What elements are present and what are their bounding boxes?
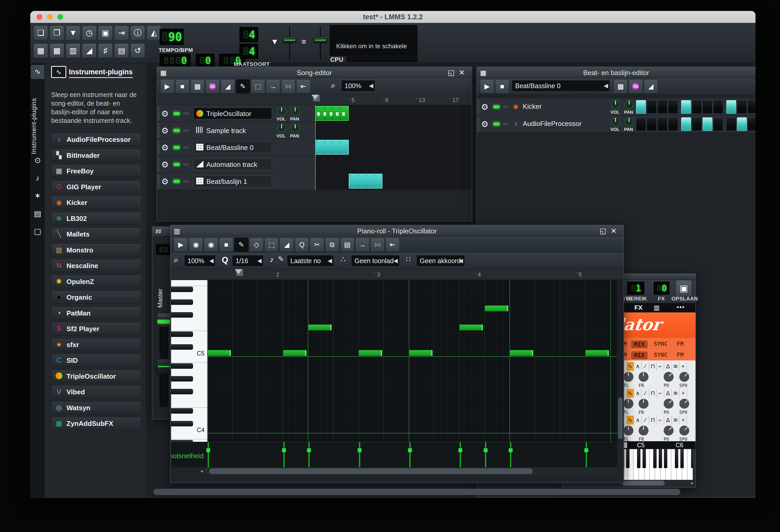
solo-led[interactable]	[502, 122, 509, 126]
scroll-left-icon[interactable]: ◂	[200, 468, 203, 474]
step-cell[interactable]	[713, 117, 723, 131]
plugin-item[interactable]: ★sfxr	[51, 338, 141, 351]
piano-roll-timeline[interactable]: 2345	[170, 269, 624, 279]
plugin-item[interactable]: CSID	[51, 354, 141, 367]
gear-icon[interactable]: ⚙	[481, 102, 489, 112]
black-key[interactable]	[171, 331, 207, 337]
play-button[interactable]: ▶	[174, 237, 188, 252]
black-key[interactable]	[691, 449, 693, 468]
timesig-denominator-display[interactable]: 84	[240, 44, 258, 59]
step-cell[interactable]	[702, 100, 713, 114]
pan-knob[interactable]	[291, 124, 300, 133]
mod-sync-button[interactable]: SYNC	[654, 340, 668, 347]
range-display[interactable]: 81	[627, 282, 644, 295]
maximize-icon[interactable]: ◱	[448, 68, 458, 77]
po-knob[interactable]	[664, 426, 674, 435]
white-key[interactable]	[171, 369, 207, 376]
solo-led[interactable]	[183, 179, 189, 183]
draw-mode-button[interactable]: ✎	[234, 237, 248, 252]
save-button[interactable]: ▣	[98, 25, 113, 40]
stop-behaviour-button[interactable]: ⋈	[371, 237, 385, 252]
velocity-handle[interactable]	[584, 448, 588, 452]
timesig-numerator-display[interactable]: 84	[240, 27, 258, 42]
drag-button[interactable]: →	[355, 237, 370, 252]
drag-mode-button[interactable]: →	[266, 79, 280, 93]
wave-shape-button[interactable]: ∧	[634, 416, 641, 425]
black-key[interactable]	[171, 344, 207, 350]
wave-shape-button[interactable]: ⌐	[657, 362, 664, 371]
output-visualizer[interactable]: Klikken om in te schakele	[330, 25, 418, 56]
step-cell[interactable]	[702, 117, 713, 131]
stop-button[interactable]: ■	[219, 237, 233, 252]
wave-shape-button[interactable]: ≋	[672, 389, 679, 398]
velocity-line[interactable]	[208, 442, 209, 467]
scroll-right-icon[interactable]: ▸	[691, 480, 693, 486]
black-key[interactable]	[171, 312, 207, 318]
plugin-item[interactable]: VVibed	[51, 385, 141, 398]
track-grip[interactable]	[157, 141, 160, 154]
add-automation-track-button[interactable]: ◢	[221, 79, 235, 93]
wave-shape-button[interactable]: ⊓	[649, 362, 656, 371]
pan-knob[interactable]	[291, 107, 300, 116]
bb-pattern-combo[interactable]: Beat/Bassline 0◀	[512, 80, 610, 92]
metronome-button[interactable]: ◭	[147, 25, 161, 40]
midi-note[interactable]	[459, 324, 483, 330]
wave-shape-button[interactable]: ⌐	[657, 389, 664, 398]
wave-shape-button[interactable]: ∆	[665, 416, 672, 425]
pr-zoom-combo[interactable]: 100%◀	[184, 255, 215, 267]
open-project-button[interactable]: ▼	[66, 25, 80, 40]
gear-icon[interactable]: ⚙	[161, 143, 169, 153]
track-grip[interactable]	[477, 100, 480, 114]
white-key[interactable]	[171, 337, 207, 344]
vol-knob[interactable]	[611, 100, 620, 109]
piano-roll-vscroll[interactable]	[617, 280, 624, 442]
edit-mode-button[interactable]: ⬚	[251, 79, 265, 93]
gear-icon[interactable]: ⚙	[161, 109, 169, 119]
piano-roll-grid[interactable]	[207, 280, 617, 442]
po-knob[interactable]	[664, 372, 674, 382]
plugin-item[interactable]: ♪AudioFileProcessor	[51, 133, 141, 146]
black-key[interactable]	[653, 449, 656, 468]
bb-editor-titlebar[interactable]: ▦ Beat- en baslijn-editor	[477, 67, 755, 78]
mute-led[interactable]	[493, 122, 500, 126]
track-grip[interactable]	[157, 174, 160, 188]
fl-knob[interactable]	[624, 399, 633, 409]
black-key[interactable]	[642, 449, 646, 468]
fx-channel-display[interactable]: 80	[654, 282, 669, 295]
velocity-line[interactable]	[308, 442, 310, 467]
black-key[interactable]	[171, 286, 207, 292]
velocity-line[interactable]	[586, 442, 587, 467]
solo-led[interactable]	[183, 112, 189, 115]
track-nameplate[interactable]: Automation track	[194, 159, 272, 170]
pattern-zone[interactable]	[315, 105, 472, 122]
white-key[interactable]	[171, 280, 207, 286]
pattern-zone[interactable]	[315, 139, 472, 156]
my-presets-icon[interactable]: ✶	[32, 191, 43, 201]
white-key[interactable]	[171, 318, 207, 325]
tab-instrument-plugins[interactable]: ∿	[31, 65, 44, 79]
bb-pattern-segment[interactable]	[315, 140, 349, 155]
solo-led[interactable]	[183, 162, 189, 166]
wave-shape-button[interactable]: ∕	[642, 416, 649, 425]
mod-fm-button[interactable]: FM	[677, 352, 684, 358]
velocity-handle[interactable]	[408, 448, 412, 452]
step-cell[interactable]	[748, 100, 755, 114]
sine-wave-button[interactable]: ∿	[627, 416, 634, 425]
my-computer-icon[interactable]: ▢	[32, 226, 43, 236]
plugin-item[interactable]: ╲Mallets	[51, 227, 141, 241]
mute-led[interactable]	[173, 179, 180, 183]
pr-chord-combo[interactable]: Geen akkoord◀	[417, 255, 465, 267]
step-cell[interactable]	[647, 117, 656, 131]
pattern-zone[interactable]	[315, 156, 472, 173]
track-grip[interactable]	[157, 124, 160, 137]
mod-sync-button[interactable]: SYNC	[654, 352, 668, 358]
wave-shape-button[interactable]: ∆	[665, 389, 672, 398]
automation-editor-button[interactable]: ◢	[82, 43, 97, 58]
song-editor-button[interactable]: ▦	[33, 43, 48, 58]
tempo-display[interactable]: 890	[160, 29, 184, 45]
zoom-button[interactable]: Q	[295, 237, 309, 252]
add-sample-track-button[interactable]: ♒	[205, 79, 220, 93]
stop-behaviour-button[interactable]: ⋈	[281, 79, 295, 93]
wave-shape-button[interactable]: ∧	[634, 362, 641, 371]
gear-icon[interactable]: ⚙	[161, 176, 169, 187]
